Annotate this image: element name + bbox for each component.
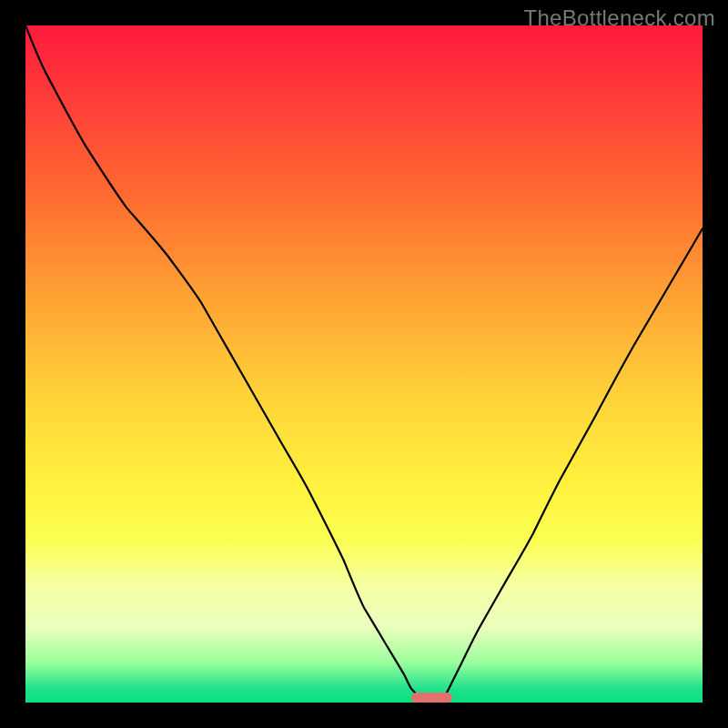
curves-svg bbox=[25, 25, 703, 703]
min-dash bbox=[411, 693, 452, 703]
plot-area bbox=[25, 25, 703, 703]
left-curve bbox=[25, 25, 419, 696]
canvas-frame: TheBottleneck.com bbox=[0, 0, 728, 728]
right-curve bbox=[445, 228, 703, 695]
